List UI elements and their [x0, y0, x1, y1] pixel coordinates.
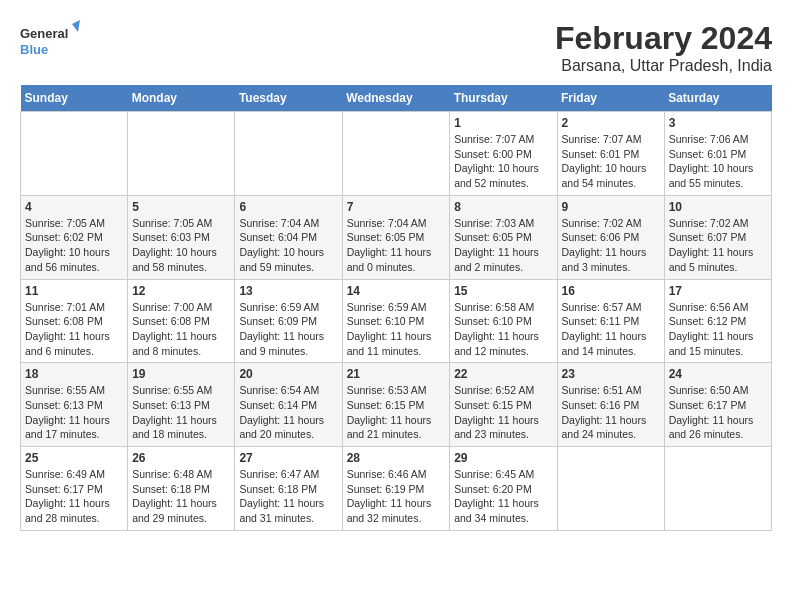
day-header-friday: Friday: [557, 85, 664, 112]
day-info: Sunrise: 7:07 AMSunset: 6:00 PMDaylight:…: [454, 132, 552, 191]
day-header-thursday: Thursday: [450, 85, 557, 112]
day-number: 9: [562, 200, 660, 214]
calendar-cell: [342, 112, 450, 196]
day-number: 11: [25, 284, 123, 298]
calendar-cell: 11Sunrise: 7:01 AMSunset: 6:08 PMDayligh…: [21, 279, 128, 363]
day-info: Sunrise: 6:59 AMSunset: 6:09 PMDaylight:…: [239, 300, 337, 359]
day-number: 21: [347, 367, 446, 381]
day-info: Sunrise: 6:48 AMSunset: 6:18 PMDaylight:…: [132, 467, 230, 526]
day-header-saturday: Saturday: [664, 85, 771, 112]
day-number: 6: [239, 200, 337, 214]
day-info: Sunrise: 7:02 AMSunset: 6:07 PMDaylight:…: [669, 216, 767, 275]
day-number: 2: [562, 116, 660, 130]
day-info: Sunrise: 6:59 AMSunset: 6:10 PMDaylight:…: [347, 300, 446, 359]
day-number: 16: [562, 284, 660, 298]
day-info: Sunrise: 6:50 AMSunset: 6:17 PMDaylight:…: [669, 383, 767, 442]
page-header: General Blue February 2024 Barsana, Utta…: [20, 20, 772, 75]
logo-svg: General Blue: [20, 20, 80, 64]
calendar-cell: 5Sunrise: 7:05 AMSunset: 6:03 PMDaylight…: [128, 195, 235, 279]
calendar-cell: 18Sunrise: 6:55 AMSunset: 6:13 PMDayligh…: [21, 363, 128, 447]
page-title: February 2024: [555, 20, 772, 57]
day-number: 3: [669, 116, 767, 130]
svg-text:Blue: Blue: [20, 42, 48, 57]
title-block: February 2024 Barsana, Uttar Pradesh, In…: [555, 20, 772, 75]
day-info: Sunrise: 6:54 AMSunset: 6:14 PMDaylight:…: [239, 383, 337, 442]
calendar-cell: 23Sunrise: 6:51 AMSunset: 6:16 PMDayligh…: [557, 363, 664, 447]
calendar-cell: 29Sunrise: 6:45 AMSunset: 6:20 PMDayligh…: [450, 447, 557, 531]
day-number: 20: [239, 367, 337, 381]
day-number: 22: [454, 367, 552, 381]
calendar-cell: 19Sunrise: 6:55 AMSunset: 6:13 PMDayligh…: [128, 363, 235, 447]
day-number: 27: [239, 451, 337, 465]
day-number: 29: [454, 451, 552, 465]
calendar-cell: 7Sunrise: 7:04 AMSunset: 6:05 PMDaylight…: [342, 195, 450, 279]
day-info: Sunrise: 7:00 AMSunset: 6:08 PMDaylight:…: [132, 300, 230, 359]
calendar-cell: 20Sunrise: 6:54 AMSunset: 6:14 PMDayligh…: [235, 363, 342, 447]
day-number: 25: [25, 451, 123, 465]
day-number: 7: [347, 200, 446, 214]
day-info: Sunrise: 6:57 AMSunset: 6:11 PMDaylight:…: [562, 300, 660, 359]
day-info: Sunrise: 7:04 AMSunset: 6:05 PMDaylight:…: [347, 216, 446, 275]
page-subtitle: Barsana, Uttar Pradesh, India: [555, 57, 772, 75]
calendar-cell: 13Sunrise: 6:59 AMSunset: 6:09 PMDayligh…: [235, 279, 342, 363]
day-number: 28: [347, 451, 446, 465]
calendar-cell: 2Sunrise: 7:07 AMSunset: 6:01 PMDaylight…: [557, 112, 664, 196]
calendar-cell: [128, 112, 235, 196]
calendar-cell: 27Sunrise: 6:47 AMSunset: 6:18 PMDayligh…: [235, 447, 342, 531]
day-number: 1: [454, 116, 552, 130]
day-number: 4: [25, 200, 123, 214]
logo: General Blue: [20, 20, 80, 64]
calendar-cell: 3Sunrise: 7:06 AMSunset: 6:01 PMDaylight…: [664, 112, 771, 196]
calendar-cell: 8Sunrise: 7:03 AMSunset: 6:05 PMDaylight…: [450, 195, 557, 279]
day-number: 17: [669, 284, 767, 298]
day-info: Sunrise: 7:06 AMSunset: 6:01 PMDaylight:…: [669, 132, 767, 191]
day-number: 8: [454, 200, 552, 214]
day-number: 10: [669, 200, 767, 214]
day-info: Sunrise: 6:47 AMSunset: 6:18 PMDaylight:…: [239, 467, 337, 526]
calendar-cell: 28Sunrise: 6:46 AMSunset: 6:19 PMDayligh…: [342, 447, 450, 531]
day-info: Sunrise: 7:03 AMSunset: 6:05 PMDaylight:…: [454, 216, 552, 275]
day-number: 23: [562, 367, 660, 381]
calendar-cell: 10Sunrise: 7:02 AMSunset: 6:07 PMDayligh…: [664, 195, 771, 279]
calendar-cell: 9Sunrise: 7:02 AMSunset: 6:06 PMDaylight…: [557, 195, 664, 279]
calendar-cell: [235, 112, 342, 196]
day-info: Sunrise: 6:52 AMSunset: 6:15 PMDaylight:…: [454, 383, 552, 442]
day-info: Sunrise: 6:56 AMSunset: 6:12 PMDaylight:…: [669, 300, 767, 359]
day-number: 15: [454, 284, 552, 298]
day-number: 13: [239, 284, 337, 298]
day-info: Sunrise: 7:02 AMSunset: 6:06 PMDaylight:…: [562, 216, 660, 275]
calendar-cell: 12Sunrise: 7:00 AMSunset: 6:08 PMDayligh…: [128, 279, 235, 363]
calendar-cell: 21Sunrise: 6:53 AMSunset: 6:15 PMDayligh…: [342, 363, 450, 447]
day-info: Sunrise: 6:45 AMSunset: 6:20 PMDaylight:…: [454, 467, 552, 526]
calendar-cell: 24Sunrise: 6:50 AMSunset: 6:17 PMDayligh…: [664, 363, 771, 447]
calendar-cell: 25Sunrise: 6:49 AMSunset: 6:17 PMDayligh…: [21, 447, 128, 531]
day-number: 14: [347, 284, 446, 298]
day-header-monday: Monday: [128, 85, 235, 112]
day-info: Sunrise: 7:04 AMSunset: 6:04 PMDaylight:…: [239, 216, 337, 275]
day-number: 26: [132, 451, 230, 465]
calendar-cell: 6Sunrise: 7:04 AMSunset: 6:04 PMDaylight…: [235, 195, 342, 279]
day-header-wednesday: Wednesday: [342, 85, 450, 112]
calendar-cell: 16Sunrise: 6:57 AMSunset: 6:11 PMDayligh…: [557, 279, 664, 363]
day-info: Sunrise: 7:01 AMSunset: 6:08 PMDaylight:…: [25, 300, 123, 359]
calendar-cell: 26Sunrise: 6:48 AMSunset: 6:18 PMDayligh…: [128, 447, 235, 531]
day-number: 12: [132, 284, 230, 298]
day-header-sunday: Sunday: [21, 85, 128, 112]
day-info: Sunrise: 7:05 AMSunset: 6:03 PMDaylight:…: [132, 216, 230, 275]
day-info: Sunrise: 6:53 AMSunset: 6:15 PMDaylight:…: [347, 383, 446, 442]
day-number: 24: [669, 367, 767, 381]
day-number: 19: [132, 367, 230, 381]
day-info: Sunrise: 6:55 AMSunset: 6:13 PMDaylight:…: [25, 383, 123, 442]
day-info: Sunrise: 6:51 AMSunset: 6:16 PMDaylight:…: [562, 383, 660, 442]
svg-marker-2: [72, 20, 80, 32]
calendar-table: SundayMondayTuesdayWednesdayThursdayFrid…: [20, 85, 772, 531]
day-info: Sunrise: 6:55 AMSunset: 6:13 PMDaylight:…: [132, 383, 230, 442]
calendar-cell: 15Sunrise: 6:58 AMSunset: 6:10 PMDayligh…: [450, 279, 557, 363]
day-info: Sunrise: 7:05 AMSunset: 6:02 PMDaylight:…: [25, 216, 123, 275]
calendar-cell: 14Sunrise: 6:59 AMSunset: 6:10 PMDayligh…: [342, 279, 450, 363]
calendar-cell: [557, 447, 664, 531]
day-header-tuesday: Tuesday: [235, 85, 342, 112]
day-info: Sunrise: 7:07 AMSunset: 6:01 PMDaylight:…: [562, 132, 660, 191]
day-info: Sunrise: 6:49 AMSunset: 6:17 PMDaylight:…: [25, 467, 123, 526]
day-number: 5: [132, 200, 230, 214]
